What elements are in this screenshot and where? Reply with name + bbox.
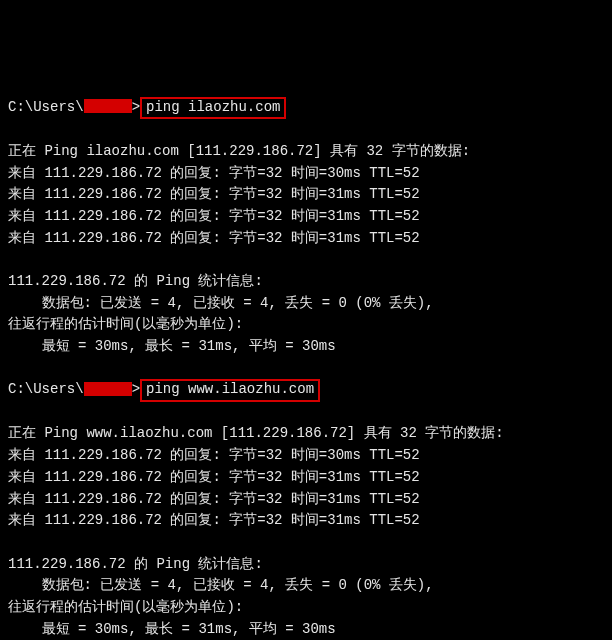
redacted-username: [84, 99, 132, 113]
prompt-line: C:\Users\>ping ilaozhu.com: [8, 97, 604, 119]
prompt-suffix: >: [132, 99, 140, 115]
prompt-line: C:\Users\>ping www.ilaozhu.com: [8, 379, 604, 401]
output-line: 最短 = 30ms, 最长 = 31ms, 平均 = 30ms: [8, 336, 604, 358]
output-line: 数据包: 已发送 = 4, 已接收 = 4, 丢失 = 0 (0% 丢失),: [8, 293, 604, 315]
output-line: [8, 249, 604, 271]
output-line: 来自 111.229.186.72 的回复: 字节=32 时间=30ms TTL…: [8, 163, 604, 185]
output-line: 来自 111.229.186.72 的回复: 字节=32 时间=30ms TTL…: [8, 445, 604, 467]
output-line: [8, 358, 604, 380]
output-line: [8, 402, 604, 424]
output-line: [8, 119, 604, 141]
output-line: 来自 111.229.186.72 的回复: 字节=32 时间=31ms TTL…: [8, 228, 604, 250]
output-line: 来自 111.229.186.72 的回复: 字节=32 时间=31ms TTL…: [8, 206, 604, 228]
output-line: 往返行程的估计时间(以毫秒为单位):: [8, 314, 604, 336]
command-highlight: ping www.ilaozhu.com: [140, 379, 320, 401]
output-line: 来自 111.229.186.72 的回复: 字节=32 时间=31ms TTL…: [8, 510, 604, 532]
command-highlight: ping ilaozhu.com: [140, 97, 286, 119]
terminal-output: C:\Users\>ping ilaozhu.com 正在 Ping ilaoz…: [8, 97, 604, 640]
output-line: 往返行程的估计时间(以毫秒为单位):: [8, 597, 604, 619]
prompt-suffix: >: [132, 381, 140, 397]
output-line: 数据包: 已发送 = 4, 已接收 = 4, 丢失 = 0 (0% 丢失),: [8, 575, 604, 597]
output-line: [8, 532, 604, 554]
output-line: 来自 111.229.186.72 的回复: 字节=32 时间=31ms TTL…: [8, 467, 604, 489]
output-line: 最短 = 30ms, 最长 = 31ms, 平均 = 30ms: [8, 619, 604, 640]
prompt-prefix: C:\Users\: [8, 381, 84, 397]
output-line: 111.229.186.72 的 Ping 统计信息:: [8, 554, 604, 576]
redacted-username: [84, 382, 132, 396]
output-line: 正在 Ping ilaozhu.com [111.229.186.72] 具有 …: [8, 141, 604, 163]
output-line: 来自 111.229.186.72 的回复: 字节=32 时间=31ms TTL…: [8, 489, 604, 511]
output-line: 正在 Ping www.ilaozhu.com [111.229.186.72]…: [8, 423, 604, 445]
output-line: 111.229.186.72 的 Ping 统计信息:: [8, 271, 604, 293]
prompt-prefix: C:\Users\: [8, 99, 84, 115]
output-line: 来自 111.229.186.72 的回复: 字节=32 时间=31ms TTL…: [8, 184, 604, 206]
